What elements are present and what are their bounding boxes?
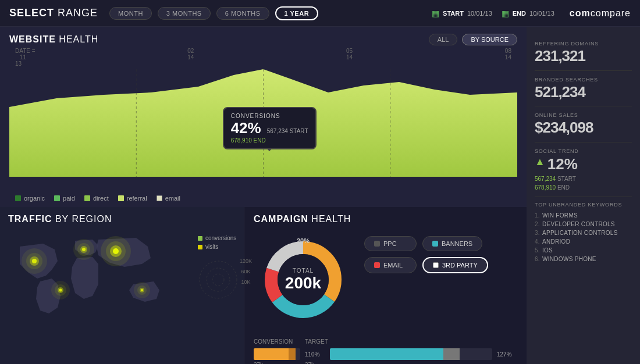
legend-referral: referral [118, 195, 147, 202]
campaign-buttons: PPC BANNERS EMAIL [364, 236, 488, 273]
branded-searches-stat: BRANDED SEARCHES 521,234 [535, 71, 632, 107]
compare-button[interactable]: comcompare [570, 8, 631, 19]
date-label-2: 0214 [187, 48, 194, 67]
conversion-bar-fill-2 [289, 348, 296, 360]
conversion-pct: 110% [305, 351, 325, 358]
ppc-color-dot [374, 241, 380, 247]
donut-area: 20% TOTAL 200k PPC [254, 230, 517, 329]
legend-organic: organic [15, 195, 45, 202]
scale-circles-svg [198, 259, 239, 300]
visits-legend: visits [198, 244, 239, 250]
world-map-svg [8, 229, 171, 328]
top-navigation: SELECT RANGE MONTH 3 MONTHS 6 MONTHS 1 Y… [0, 0, 640, 27]
legend-paid: paid [54, 195, 75, 202]
target-pct: 127% [497, 351, 517, 358]
date-label-3: 0514 [346, 48, 353, 67]
svg-point-12 [32, 259, 37, 263]
referring-domains-stat: REFFERING DOMAINS 231,321 [535, 35, 632, 71]
keyword-6: 6.WINDOWS PHONE [535, 255, 632, 263]
month-button[interactable]: MONTH [109, 7, 152, 20]
all-button[interactable]: ALL [429, 34, 458, 45]
chart-legend: organic paid direct referral email [9, 191, 517, 205]
bottom-row: TRAFFIC BY REGION [0, 207, 527, 364]
svg-point-31 [212, 274, 224, 286]
organic-color [15, 195, 21, 201]
svg-point-29 [200, 261, 237, 298]
social-trend-value: ▲ 12% [535, 155, 632, 173]
direct-color [84, 195, 90, 201]
conversion-bar-row: 110% 127% [254, 348, 517, 360]
donut-pct-label: 20% [297, 237, 310, 244]
donut-center-text: TOTAL 200k [285, 267, 321, 292]
right-sidebar: REFFERING DOMAINS 231,321 BRANDED SEARCH… [527, 27, 640, 364]
email-color-dot [374, 262, 380, 268]
date-range: ▦ START 10/01/13 ▦ END 10/01/13 [432, 9, 554, 18]
svg-point-28 [141, 289, 143, 291]
ppc-button[interactable]: PPC [364, 236, 417, 251]
main-content: WEBSITE HEALTH ALL BY SOURCE DATE =1113 … [0, 27, 640, 364]
bar-values-row: 37k 37k [254, 362, 517, 364]
paid-color [54, 195, 60, 201]
target-bar-track [330, 348, 492, 360]
keyword-4: 4.ANDRIOD [535, 237, 632, 246]
keyword-3: 3.APPLICATION CONTROLS [535, 229, 632, 237]
date-axis: DATE =1113 0214 0514 0814 [9, 48, 517, 67]
top-keywords-section: TOP UNBRANDED KEYWORDS 1.WIN FORMS 2.DEV… [535, 197, 632, 263]
target-bar-fill-2 [443, 348, 460, 360]
campaign-health-section: CAMPAIGN HEALTH [244, 207, 527, 364]
one-year-button[interactable]: 1 YEAR [275, 6, 319, 20]
online-sales-stat: ONLINE SALES $234,098 [535, 106, 632, 142]
campaign-row-1: PPC BANNERS [364, 236, 488, 251]
website-health-buttons: ALL BY SOURCE [429, 34, 517, 45]
chart-svg [9, 69, 517, 177]
region-legend: conversions visits [198, 235, 239, 300]
keyword-5: 5.IOS [535, 246, 632, 255]
trend-up-icon: ▲ [535, 156, 545, 167]
website-health-section: WEBSITE HEALTH ALL BY SOURCE DATE =1113 … [0, 27, 527, 207]
referral-color [118, 195, 124, 201]
website-health-header: WEBSITE HEALTH ALL BY SOURCE [9, 34, 517, 45]
third-party-color-dot [433, 262, 439, 268]
email-button[interactable]: EMAIL [364, 257, 417, 273]
three-months-button[interactable]: 3 MONTHS [158, 7, 211, 20]
app-title: SELECT RANGE [9, 7, 98, 19]
legend-direct: direct [84, 195, 109, 202]
date-label-4: 0814 [505, 48, 511, 67]
svg-point-24 [113, 248, 119, 254]
svg-point-20 [82, 248, 86, 251]
banners-button[interactable]: BANNERS [422, 236, 482, 251]
website-health-title: WEBSITE HEALTH [9, 34, 98, 45]
website-health-chart: CONVERSIONS 42% 567,234 START 678,910 EN… [9, 69, 517, 191]
by-source-button[interactable]: BY SOURCE [462, 34, 517, 45]
social-trend-stat: SOCIAL TREND ▲ 12% 567,234 START 678,910… [535, 142, 632, 197]
svg-point-30 [207, 268, 230, 291]
conversion-bar-track [254, 348, 300, 360]
calendar-end-icon: ▦ [502, 9, 509, 18]
target-bar-fill [330, 348, 443, 360]
campaign-bars: CONVERSION TARGET 110% 127% [254, 338, 517, 364]
keyword-1: 1.WIN FORMS [535, 211, 632, 220]
traffic-region-section: TRAFFIC BY REGION [0, 207, 244, 364]
third-party-button[interactable]: 3RD PARTY [422, 257, 488, 273]
campaign-health-title: CAMPAIGN HEALTH [254, 214, 517, 224]
legend-email: email [157, 195, 180, 202]
keyword-2: 2.DEVELOPER CONTROLS [535, 220, 632, 229]
conversions-legend: conversions [198, 235, 239, 241]
svg-point-16 [59, 289, 62, 292]
banners-color-dot [432, 241, 438, 247]
conversion-bar-fill [254, 348, 289, 360]
bar-labels-row: CONVERSION TARGET [254, 338, 517, 345]
traffic-region-title: TRAFFIC BY REGION [8, 214, 236, 224]
donut-chart: 20% TOTAL 200k [254, 230, 353, 329]
date-label-1: DATE =1113 [15, 48, 35, 67]
campaign-row-2: EMAIL 3RD PARTY [364, 257, 488, 273]
email-color [157, 195, 162, 201]
calendar-start-icon: ▦ [432, 9, 439, 18]
six-months-button[interactable]: 6 MONTHS [216, 7, 269, 20]
scale-indicator: 120K 60K 10K [198, 259, 239, 300]
world-map-container: conversions visits [8, 229, 236, 345]
left-panel: WEBSITE HEALTH ALL BY SOURCE DATE =1113 … [0, 27, 527, 364]
